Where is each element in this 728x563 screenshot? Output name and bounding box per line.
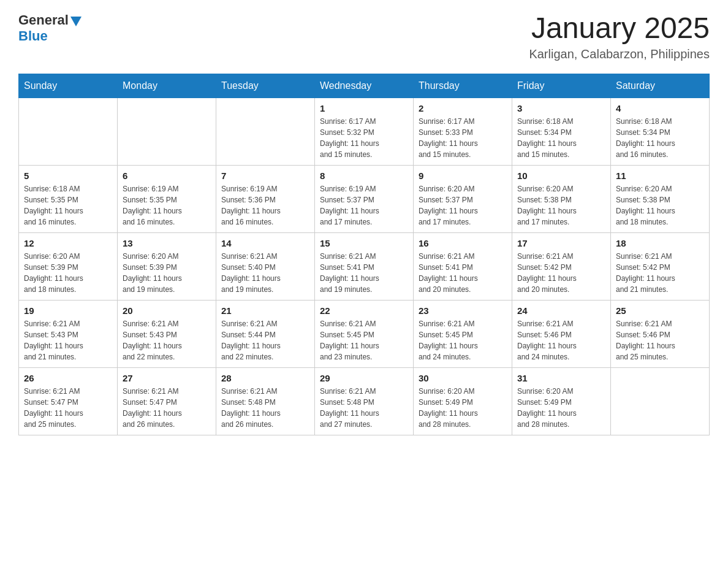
day-of-week-header: Friday	[512, 74, 611, 98]
calendar-table: SundayMondayTuesdayWednesdayThursdayFrid…	[18, 74, 710, 435]
calendar-cell: 10Sunrise: 6:20 AM Sunset: 5:38 PM Dayli…	[512, 165, 611, 232]
day-info: Sunrise: 6:18 AM Sunset: 5:35 PM Dayligh…	[24, 183, 112, 228]
day-info: Sunrise: 6:21 AM Sunset: 5:42 PM Dayligh…	[517, 251, 605, 295]
calendar-week-row: 26Sunrise: 6:21 AM Sunset: 5:47 PM Dayli…	[19, 367, 710, 435]
day-number: 6	[123, 170, 211, 181]
calendar-cell: 19Sunrise: 6:21 AM Sunset: 5:43 PM Dayli…	[19, 300, 118, 367]
day-info: Sunrise: 6:21 AM Sunset: 5:41 PM Dayligh…	[419, 251, 507, 295]
calendar-cell: 15Sunrise: 6:21 AM Sunset: 5:41 PM Dayli…	[315, 232, 414, 300]
calendar-cell: 16Sunrise: 6:21 AM Sunset: 5:41 PM Dayli…	[414, 232, 512, 300]
calendar-week-row: 19Sunrise: 6:21 AM Sunset: 5:43 PM Dayli…	[19, 300, 710, 367]
day-info: Sunrise: 6:20 AM Sunset: 5:49 PM Dayligh…	[419, 386, 507, 430]
calendar-cell: 7Sunrise: 6:19 AM Sunset: 5:36 PM Daylig…	[216, 165, 315, 232]
day-number: 25	[616, 305, 704, 316]
day-number: 13	[123, 238, 211, 248]
day-info: Sunrise: 6:17 AM Sunset: 5:32 PM Dayligh…	[320, 116, 408, 160]
day-number: 1	[320, 103, 408, 113]
calendar-cell: 17Sunrise: 6:21 AM Sunset: 5:42 PM Dayli…	[512, 232, 611, 300]
day-info: Sunrise: 6:20 AM Sunset: 5:39 PM Dayligh…	[24, 251, 112, 295]
day-number: 19	[24, 305, 112, 316]
day-number: 21	[221, 305, 309, 316]
day-number: 28	[221, 373, 309, 383]
calendar-week-row: 5Sunrise: 6:18 AM Sunset: 5:35 PM Daylig…	[19, 165, 710, 232]
day-number: 16	[419, 238, 507, 248]
day-info: Sunrise: 6:21 AM Sunset: 5:42 PM Dayligh…	[616, 251, 704, 295]
day-info: Sunrise: 6:20 AM Sunset: 5:49 PM Dayligh…	[517, 386, 605, 430]
calendar-cell	[611, 367, 710, 435]
day-info: Sunrise: 6:20 AM Sunset: 5:38 PM Dayligh…	[517, 183, 605, 228]
day-number: 30	[419, 373, 507, 383]
day-number: 17	[517, 238, 605, 248]
calendar-cell: 25Sunrise: 6:21 AM Sunset: 5:46 PM Dayli…	[611, 300, 710, 367]
day-info: Sunrise: 6:21 AM Sunset: 5:46 PM Dayligh…	[517, 318, 605, 362]
day-number: 18	[616, 238, 704, 248]
day-info: Sunrise: 6:21 AM Sunset: 5:47 PM Dayligh…	[123, 386, 211, 430]
calendar-cell: 27Sunrise: 6:21 AM Sunset: 5:47 PM Dayli…	[118, 367, 216, 435]
day-of-week-header: Tuesday	[216, 74, 315, 98]
day-number: 5	[24, 170, 112, 181]
day-number: 12	[24, 238, 112, 248]
calendar-cell: 2Sunrise: 6:17 AM Sunset: 5:33 PM Daylig…	[414, 98, 512, 165]
day-info: Sunrise: 6:21 AM Sunset: 5:47 PM Dayligh…	[24, 386, 112, 430]
day-info: Sunrise: 6:21 AM Sunset: 5:48 PM Dayligh…	[320, 386, 408, 430]
day-of-week-header: Wednesday	[315, 74, 414, 98]
calendar-cell: 20Sunrise: 6:21 AM Sunset: 5:43 PM Dayli…	[118, 300, 216, 367]
day-number: 24	[517, 305, 605, 316]
title-section: January 2025 Karligan, Calabarzon, Phili…	[529, 12, 710, 61]
calendar-cell: 22Sunrise: 6:21 AM Sunset: 5:45 PM Dayli…	[315, 300, 414, 367]
day-info: Sunrise: 6:19 AM Sunset: 5:35 PM Dayligh…	[123, 183, 211, 228]
day-info: Sunrise: 6:17 AM Sunset: 5:33 PM Dayligh…	[419, 116, 507, 160]
day-info: Sunrise: 6:21 AM Sunset: 5:43 PM Dayligh…	[24, 318, 112, 362]
month-title: January 2025	[529, 12, 710, 45]
calendar-cell	[216, 98, 315, 165]
calendar-cell: 24Sunrise: 6:21 AM Sunset: 5:46 PM Dayli…	[512, 300, 611, 367]
calendar-cell: 8Sunrise: 6:19 AM Sunset: 5:37 PM Daylig…	[315, 165, 414, 232]
calendar-cell: 23Sunrise: 6:21 AM Sunset: 5:45 PM Dayli…	[414, 300, 512, 367]
calendar-cell: 4Sunrise: 6:18 AM Sunset: 5:34 PM Daylig…	[611, 98, 710, 165]
day-number: 26	[24, 373, 112, 383]
location-subtitle: Karligan, Calabarzon, Philippines	[529, 47, 710, 61]
day-number: 8	[320, 170, 408, 181]
logo-general-text: General	[18, 12, 69, 28]
day-number: 3	[517, 103, 605, 113]
day-number: 15	[320, 238, 408, 248]
calendar-cell	[118, 98, 216, 165]
day-number: 9	[419, 170, 507, 181]
calendar-cell: 26Sunrise: 6:21 AM Sunset: 5:47 PM Dayli…	[19, 367, 118, 435]
day-number: 7	[221, 170, 309, 181]
day-number: 22	[320, 305, 408, 316]
calendar-cell: 13Sunrise: 6:20 AM Sunset: 5:39 PM Dayli…	[118, 232, 216, 300]
day-number: 23	[419, 305, 507, 316]
day-info: Sunrise: 6:19 AM Sunset: 5:36 PM Dayligh…	[221, 183, 309, 228]
day-number: 10	[517, 170, 605, 181]
logo-blue-text: Blue	[18, 28, 48, 44]
calendar-cell	[19, 98, 118, 165]
calendar-cell: 1Sunrise: 6:17 AM Sunset: 5:32 PM Daylig…	[315, 98, 414, 165]
day-info: Sunrise: 6:20 AM Sunset: 5:38 PM Dayligh…	[616, 183, 704, 228]
calendar-header-row: SundayMondayTuesdayWednesdayThursdayFrid…	[19, 74, 710, 98]
calendar-cell: 30Sunrise: 6:20 AM Sunset: 5:49 PM Dayli…	[414, 367, 512, 435]
day-info: Sunrise: 6:21 AM Sunset: 5:45 PM Dayligh…	[419, 318, 507, 362]
logo-triangle-icon	[70, 17, 82, 26]
calendar-cell: 29Sunrise: 6:21 AM Sunset: 5:48 PM Dayli…	[315, 367, 414, 435]
day-of-week-header: Sunday	[19, 74, 118, 98]
calendar-cell: 18Sunrise: 6:21 AM Sunset: 5:42 PM Dayli…	[611, 232, 710, 300]
day-number: 2	[419, 103, 507, 113]
day-number: 4	[616, 103, 704, 113]
day-info: Sunrise: 6:21 AM Sunset: 5:46 PM Dayligh…	[616, 318, 704, 362]
day-info: Sunrise: 6:21 AM Sunset: 5:48 PM Dayligh…	[221, 386, 309, 430]
calendar-week-row: 12Sunrise: 6:20 AM Sunset: 5:39 PM Dayli…	[19, 232, 710, 300]
calendar-cell: 5Sunrise: 6:18 AM Sunset: 5:35 PM Daylig…	[19, 165, 118, 232]
day-number: 20	[123, 305, 211, 316]
day-of-week-header: Monday	[118, 74, 216, 98]
day-of-week-header: Saturday	[611, 74, 710, 98]
day-number: 31	[517, 373, 605, 383]
day-number: 27	[123, 373, 211, 383]
calendar-cell: 3Sunrise: 6:18 AM Sunset: 5:34 PM Daylig…	[512, 98, 611, 165]
day-number: 14	[221, 238, 309, 248]
calendar-cell: 11Sunrise: 6:20 AM Sunset: 5:38 PM Dayli…	[611, 165, 710, 232]
day-info: Sunrise: 6:18 AM Sunset: 5:34 PM Dayligh…	[517, 116, 605, 160]
logo: General Blue	[18, 12, 82, 44]
calendar-cell: 12Sunrise: 6:20 AM Sunset: 5:39 PM Dayli…	[19, 232, 118, 300]
calendar-cell: 9Sunrise: 6:20 AM Sunset: 5:37 PM Daylig…	[414, 165, 512, 232]
